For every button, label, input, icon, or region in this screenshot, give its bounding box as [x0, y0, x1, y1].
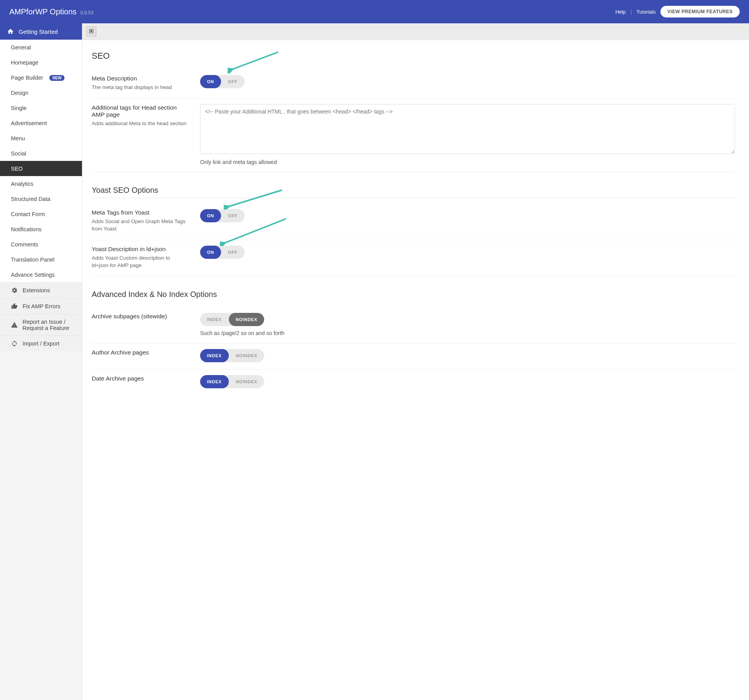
- sidebar-item-label: Single: [11, 105, 26, 111]
- sidebar-item-label: Menu: [11, 135, 25, 141]
- option-archive-subpages: Archive subpages (sitewide) INDEX NOINDE…: [92, 307, 735, 344]
- tutorials-link[interactable]: Tutorials: [636, 9, 655, 15]
- sidebar-item-design[interactable]: Design: [0, 85, 82, 100]
- toggle-date-archive[interactable]: INDEX NOINDEX: [200, 375, 264, 388]
- sidebar-item-label: Advance Settings: [11, 272, 55, 278]
- sidebar-item-label: Notifications: [11, 226, 42, 232]
- option-desc: Adds Social and Open Graph Meta Tags fro…: [92, 218, 187, 233]
- sidebar-item-label: Design: [11, 90, 28, 96]
- import-icon: [11, 340, 18, 347]
- sidebar-item-fix-amp-errors[interactable]: Fix AMP Errors: [0, 298, 82, 314]
- new-badge: NEW: [49, 75, 64, 81]
- option-title: Archive subpages (sitewide): [92, 313, 187, 320]
- option-yoast-ldjson: Yoast Description in ld+json Adds Yoast …: [92, 240, 735, 277]
- sidebar-item-advertisement[interactable]: Advertisement: [0, 115, 82, 131]
- sidebar-item-social[interactable]: Social: [0, 146, 82, 161]
- option-title: Date Archive pages: [92, 375, 187, 382]
- sidebar-item-structured-data[interactable]: Structured Data: [0, 191, 82, 206]
- sidebar-item-label: SEO: [11, 166, 23, 172]
- sidebar-item-extensions[interactable]: Extensions: [0, 282, 82, 298]
- toggle-yoast-ldjson[interactable]: ON OFF: [200, 246, 245, 259]
- sidebar-item-label: Homepage: [11, 59, 38, 66]
- toggle-noindex[interactable]: NOINDEX: [229, 349, 265, 362]
- option-title: Meta Description: [92, 75, 187, 82]
- expand-all-button[interactable]: [86, 26, 96, 37]
- sidebar-item-label: Import / Export: [23, 340, 59, 347]
- sidebar-item-notifications[interactable]: Notifications: [0, 222, 82, 237]
- toggle-archive-subpages[interactable]: INDEX NOINDEX: [200, 313, 264, 326]
- sidebar-item-label: Social: [11, 150, 26, 157]
- toggle-on[interactable]: ON: [200, 75, 221, 88]
- toggle-author-archive[interactable]: INDEX NOINDEX: [200, 349, 264, 362]
- toggle-off[interactable]: OFF: [221, 246, 244, 259]
- main-panel: SEO Meta Description The meta tag that d…: [82, 23, 749, 700]
- toggle-index[interactable]: INDEX: [200, 349, 229, 362]
- app-title: AMPforWP Options: [9, 7, 77, 16]
- sidebar-item-homepage[interactable]: Homepage: [0, 55, 82, 70]
- sidebar-top-label: Getting Started: [19, 28, 58, 35]
- toggle-meta-yoast[interactable]: ON OFF: [200, 209, 245, 222]
- option-meta-yoast: Meta Tags from Yoast Adds Social and Ope…: [92, 204, 735, 240]
- sidebar-item-label: Report an Issue / Request a Feature: [23, 319, 74, 331]
- head-tags-hint: Only link and meta tags allowed: [200, 159, 735, 165]
- app-version: 0.9.53: [80, 10, 93, 16]
- toggle-index[interactable]: INDEX: [200, 375, 229, 388]
- sidebar-item-label: Extensions: [23, 287, 50, 293]
- sidebar-item-label: Page Builder: [11, 75, 43, 81]
- premium-button[interactable]: VIEW PREMIUM FEATURES: [660, 6, 740, 17]
- help-link[interactable]: Help: [615, 9, 626, 15]
- sidebar-item-getting-started[interactable]: Getting Started: [0, 23, 82, 40]
- advanced-section-title: Advanced Index & No Index Options: [92, 290, 735, 302]
- sidebar-item-seo[interactable]: SEO: [0, 161, 82, 176]
- option-title: Additional tags for Head section AMP pag…: [92, 104, 187, 118]
- sidebar-item-label: Translation Panel: [11, 257, 54, 263]
- toggle-noindex[interactable]: NOINDEX: [229, 313, 265, 326]
- page-title: SEO: [92, 51, 735, 61]
- option-desc: The meta tag that displays in head: [92, 84, 187, 91]
- sidebar-item-label: Contact Form: [11, 211, 45, 217]
- fix-icon: [11, 303, 18, 310]
- sidebar: Getting Started GeneralHomepagePage Buil…: [0, 23, 82, 700]
- app-header: AMPforWP Options 0.9.53 Help | Tutorials…: [0, 0, 749, 23]
- sidebar-item-label: Advertisement: [11, 120, 47, 126]
- sidebar-item-label: General: [11, 44, 31, 51]
- sidebar-item-single[interactable]: Single: [0, 100, 82, 115]
- option-meta-description: Meta Description The meta tag that displ…: [92, 70, 735, 99]
- toggle-off[interactable]: OFF: [221, 75, 244, 88]
- toggle-on[interactable]: ON: [200, 209, 221, 222]
- option-desc: Adds Yoast Custom description to ld+json…: [92, 254, 187, 269]
- svg-rect-1: [91, 30, 92, 32]
- option-title: Author Archive pages: [92, 349, 187, 356]
- expand-icon: [89, 28, 94, 35]
- sidebar-item-label: Structured Data: [11, 196, 51, 202]
- sidebar-item-menu[interactable]: Menu: [0, 131, 82, 146]
- sidebar-item-comments[interactable]: Comments: [0, 237, 82, 252]
- option-date-archive: Date Archive pages INDEX NOINDEX: [92, 370, 735, 395]
- sidebar-item-label: Comments: [11, 241, 38, 248]
- toggle-on[interactable]: ON: [200, 246, 221, 259]
- sidebar-item-general[interactable]: General: [0, 40, 82, 55]
- head-tags-input[interactable]: [200, 104, 735, 154]
- sidebar-item-label: Analytics: [11, 181, 33, 187]
- toggle-off[interactable]: OFF: [221, 209, 244, 222]
- sidebar-item-import-export[interactable]: Import / Export: [0, 335, 82, 351]
- sidebar-item-advance-settings[interactable]: Advance Settings: [0, 267, 82, 282]
- option-head-tags: Additional tags for Head section AMP pag…: [92, 99, 735, 173]
- sidebar-item-page-builder[interactable]: Page BuilderNEW: [0, 70, 82, 85]
- home-icon: [7, 28, 14, 35]
- option-author-archive: Author Archive pages INDEX NOINDEX: [92, 344, 735, 370]
- toggle-index[interactable]: INDEX: [200, 313, 229, 326]
- option-title: Yoast Description in ld+json: [92, 246, 187, 253]
- sidebar-item-analytics[interactable]: Analytics: [0, 176, 82, 191]
- archive-hint: Such as /page/2 so on and so forth: [200, 330, 735, 336]
- extensions-icon: [11, 287, 18, 294]
- yoast-section-title: Yoast SEO Options: [92, 186, 735, 198]
- sidebar-item-report-an-issue-request-a-feature[interactable]: Report an Issue / Request a Feature: [0, 314, 82, 335]
- sidebar-item-translation-panel[interactable]: Translation Panel: [0, 252, 82, 267]
- sidebar-item-contact-form[interactable]: Contact Form: [0, 206, 82, 222]
- sidebar-item-label: Fix AMP Errors: [23, 303, 60, 309]
- option-title: Meta Tags from Yoast: [92, 209, 187, 216]
- toggle-meta-description[interactable]: ON OFF: [200, 75, 245, 88]
- toggle-noindex[interactable]: NOINDEX: [229, 375, 265, 388]
- report-icon: [11, 321, 18, 328]
